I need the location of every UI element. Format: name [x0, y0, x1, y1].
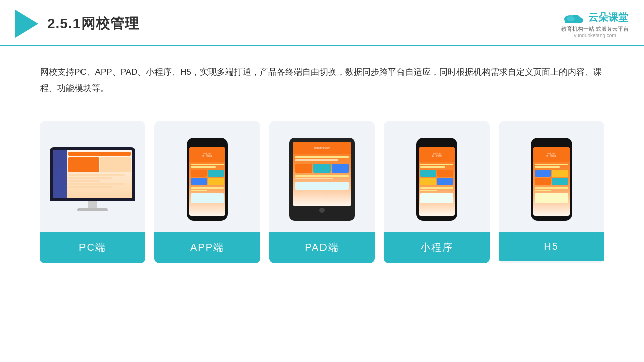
h5-phone-icon: 职涯人的第一堂网课 — [531, 138, 572, 221]
description-text: 网校支持PC、APP、PAD、小程序、H5，实现多端打通，产品各终端自由切换，数… — [0, 46, 644, 106]
svg-point-4 — [567, 16, 575, 21]
page-header: 2.5.1网校管理 云朵课堂 教育机构一站 式服务云平台 yunduoketan… — [0, 0, 644, 46]
card-h5-label: H5 — [499, 232, 604, 261]
card-h5-image: 职涯人的第一堂网课 — [499, 121, 604, 232]
card-app: 职涯人的第一堂网课 — [154, 121, 260, 263]
card-h5: 职涯人的第一堂网课 — [499, 121, 604, 263]
logo-url: yunduoketang.com — [574, 33, 616, 38]
card-pc-label: PC端 — [40, 232, 145, 263]
card-app-label: APP端 — [154, 232, 260, 263]
card-miniprogram: 职涯人的第一堂网课 — [384, 121, 490, 263]
brand-logo: 云朵课堂 教育机构一站 式服务云平台 yunduoketang.com — [561, 9, 629, 38]
cloud-icon — [561, 9, 585, 25]
pc-monitor-icon — [50, 147, 135, 211]
app-phone-icon: 职涯人的第一堂网课 — [187, 138, 228, 221]
page-title: 2.5.1网校管理 — [47, 14, 139, 33]
card-pad: 网校课堂管理 — [269, 121, 375, 263]
card-miniprogram-image: 职涯人的第一堂网课 — [384, 121, 490, 232]
card-miniprogram-label: 小程序 — [384, 232, 490, 263]
card-pc-image — [40, 121, 145, 232]
brand-triangle-icon — [15, 10, 38, 38]
device-cards-container: PC端 职涯人的第一堂网课 — [0, 106, 644, 279]
pad-tablet-icon: 网校课堂管理 — [289, 138, 355, 221]
card-pc: PC端 — [40, 121, 145, 263]
header-left: 2.5.1网校管理 — [15, 10, 139, 38]
card-pad-label: PAD端 — [269, 232, 375, 263]
logo-tagline: 教育机构一站 式服务云平台 — [561, 25, 629, 33]
logo-name: 云朵课堂 — [588, 11, 628, 24]
card-pad-image: 网校课堂管理 — [269, 121, 375, 232]
card-app-image: 职涯人的第一堂网课 — [154, 121, 260, 232]
cloud-logo-area: 云朵课堂 — [561, 9, 628, 25]
miniprogram-phone-icon: 职涯人的第一堂网课 — [416, 138, 457, 221]
